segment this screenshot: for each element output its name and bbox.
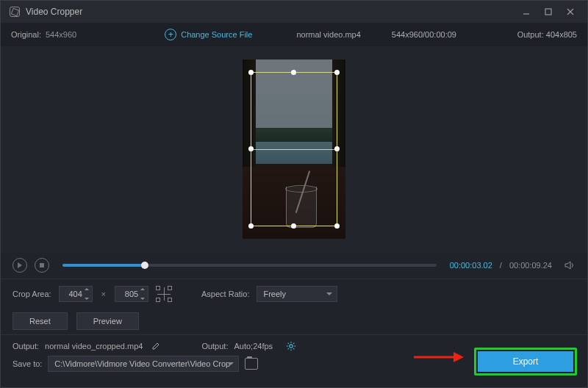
- change-source-button[interactable]: + Change Source File: [165, 29, 252, 40]
- source-info: 544x960/00:00:09: [392, 30, 456, 39]
- crop-rectangle[interactable]: [251, 72, 337, 226]
- export-button[interactable]: Export: [478, 351, 573, 372]
- save-to-label: Save to:: [12, 359, 42, 368]
- minimize-button[interactable]: [515, 3, 537, 21]
- time-total: 00:00:09.24: [509, 261, 552, 270]
- output-filename: normal video_cropped.mp4: [45, 342, 143, 351]
- info-bar: Original: 544x960 + Change Source File n…: [1, 23, 587, 46]
- progress-knob[interactable]: [141, 262, 148, 269]
- svg-line-14: [288, 348, 289, 349]
- reset-button[interactable]: Reset: [12, 312, 68, 330]
- crop-handle[interactable]: [334, 70, 340, 75]
- output-section: Output: normal video_cropped.mp4 Output:…: [1, 334, 587, 383]
- maximize-button[interactable]: [537, 3, 559, 21]
- output-format-value: Auto;24fps: [234, 342, 273, 351]
- video-cropper-window: Video Cropper Original: 544x960 + Change…: [0, 0, 588, 388]
- svg-point-7: [290, 345, 293, 348]
- video-frame: [243, 60, 345, 239]
- svg-rect-1: [545, 9, 551, 15]
- app-icon: [10, 7, 20, 17]
- action-buttons-row: Reset Preview: [1, 308, 587, 334]
- playback-controls: 00:00:03.02/00:00:09.24: [1, 252, 587, 279]
- output-format-label: Output:: [201, 342, 228, 351]
- edit-icon[interactable]: [151, 342, 160, 351]
- volume-icon[interactable]: [564, 259, 576, 271]
- change-source-label: Change Source File: [181, 30, 252, 39]
- output-file-label: Output:: [12, 342, 39, 351]
- close-button[interactable]: [559, 3, 581, 21]
- crop-width-input[interactable]: 404: [59, 286, 93, 302]
- original-dim: 544x960: [46, 30, 76, 39]
- titlebar: Video Cropper: [1, 1, 587, 23]
- aspect-ratio-dropdown[interactable]: Freely: [257, 286, 337, 302]
- svg-marker-4: [18, 262, 22, 268]
- output-dim: 404x805: [546, 30, 577, 39]
- export-highlight: Export: [474, 348, 577, 376]
- gear-icon[interactable]: [286, 341, 296, 351]
- output-dim-label: Output:: [517, 30, 544, 39]
- svg-marker-6: [565, 262, 570, 269]
- stop-button[interactable]: [35, 258, 49, 273]
- chevron-down-icon: [228, 362, 234, 365]
- svg-line-12: [288, 343, 289, 344]
- aspect-ratio-label: Aspect Ratio:: [201, 290, 249, 298]
- annotation-arrow: [412, 350, 464, 367]
- crop-handle[interactable]: [248, 70, 254, 75]
- preview-button[interactable]: Preview: [76, 312, 139, 330]
- plus-icon: +: [165, 29, 176, 40]
- progress-slider[interactable]: [62, 264, 437, 267]
- time-sep: /: [500, 261, 502, 270]
- svg-line-15: [293, 343, 294, 344]
- crop-handle[interactable]: [291, 70, 296, 75]
- play-button[interactable]: [12, 258, 27, 273]
- original-label: Original:: [11, 30, 41, 39]
- crop-height-input[interactable]: 805: [115, 286, 148, 302]
- center-crop-icon[interactable]: [156, 286, 172, 302]
- crop-area-label: Crop Area:: [12, 290, 51, 298]
- svg-marker-17: [453, 352, 464, 362]
- crop-handle[interactable]: [334, 223, 340, 229]
- source-filename: normal video.mp4: [296, 30, 360, 39]
- crop-handle[interactable]: [248, 223, 254, 229]
- time-current: 00:00:03.02: [450, 261, 492, 270]
- save-path-dropdown[interactable]: C:\Vidmore\Vidmore Video Converter\Video…: [48, 356, 239, 372]
- video-preview[interactable]: [1, 46, 587, 252]
- multiply-icon: ×: [101, 290, 106, 298]
- app-title: Video Cropper: [26, 7, 82, 17]
- crop-handle[interactable]: [334, 146, 340, 151]
- svg-rect-5: [40, 263, 44, 267]
- svg-line-13: [293, 348, 294, 349]
- crop-handle[interactable]: [248, 146, 254, 151]
- open-folder-icon[interactable]: [245, 358, 258, 370]
- crop-settings-row: Crop Area: 404 × 805 Aspect Ratio: Freel…: [1, 279, 587, 308]
- crop-handle[interactable]: [291, 223, 296, 229]
- chevron-down-icon: [326, 292, 332, 295]
